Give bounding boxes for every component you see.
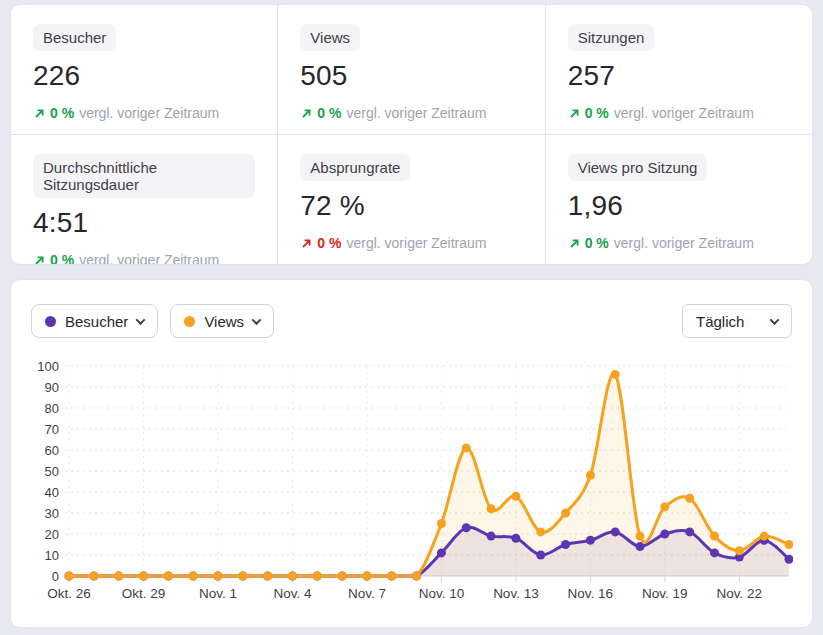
- trend-up-arrow-icon: [33, 107, 46, 120]
- trend-up-arrow-icon: [33, 254, 46, 266]
- stat-card-besucher: Besucher 226 0 % vergl. voriger Zeitraum: [11, 5, 277, 134]
- stat-trend: 0 % vergl. voriger Zeitraum: [33, 252, 255, 265]
- trend-up-arrow-icon: [568, 107, 581, 120]
- svg-text:0: 0: [52, 569, 59, 584]
- svg-text:Nov. 10: Nov. 10: [419, 586, 465, 601]
- stats-grid: Besucher 226 0 % vergl. voriger Zeitraum…: [10, 4, 813, 265]
- svg-text:Nov. 22: Nov. 22: [717, 586, 763, 601]
- stat-value: 72 %: [300, 190, 522, 222]
- svg-text:90: 90: [45, 380, 59, 395]
- legend-button-besucher[interactable]: Besucher: [31, 304, 158, 338]
- stat-card-views-pro-sitzung: Views pro Sitzung 1,96 0 % vergl. vorige…: [546, 135, 812, 264]
- views-series-dot-icon: [184, 316, 195, 327]
- svg-text:Okt. 26: Okt. 26: [47, 586, 91, 601]
- svg-text:60: 60: [45, 443, 59, 458]
- stat-value: 257: [568, 60, 790, 92]
- trend-text: vergl. voriger Zeitraum: [614, 105, 754, 121]
- stat-label-badge: Absprungrate: [300, 154, 410, 181]
- svg-text:80: 80: [45, 401, 59, 416]
- svg-text:Nov. 16: Nov. 16: [568, 586, 614, 601]
- stat-label-badge: Views: [300, 24, 360, 51]
- chart-toolbar: Besucher Views Täglich: [31, 304, 792, 338]
- svg-text:50: 50: [45, 464, 59, 479]
- trend-text: vergl. voriger Zeitraum: [614, 235, 754, 251]
- trend-percent: 0 %: [585, 235, 609, 251]
- analytics-chart-card: Besucher Views Täglich 01020304050607080…: [10, 279, 813, 628]
- stat-trend: 0 % vergl. voriger Zeitraum: [568, 235, 790, 251]
- stat-label-badge: Sitzungen: [568, 24, 655, 51]
- trend-up-arrow-icon: [300, 107, 313, 120]
- trend-percent: 0 %: [50, 105, 74, 121]
- stat-label-badge: Durchschnittliche Sitzungsdauer: [33, 154, 255, 198]
- trend-text: vergl. voriger Zeitraum: [79, 252, 219, 265]
- svg-text:Nov. 7: Nov. 7: [348, 586, 386, 601]
- interval-select-value: Täglich: [696, 313, 744, 330]
- svg-text:40: 40: [45, 485, 59, 500]
- svg-text:100: 100: [37, 359, 59, 374]
- stat-card-sitzungsdauer: Durchschnittliche Sitzungsdauer 4:51 0 %…: [11, 135, 277, 264]
- stat-card-sitzungen: Sitzungen 257 0 % vergl. voriger Zeitrau…: [546, 5, 812, 134]
- stat-trend: 0 % vergl. voriger Zeitraum: [300, 105, 522, 121]
- trend-text: vergl. voriger Zeitraum: [346, 105, 486, 121]
- svg-text:Nov. 19: Nov. 19: [642, 586, 688, 601]
- stat-trend: 0 % vergl. voriger Zeitraum: [568, 105, 790, 121]
- trend-percent: 0 %: [585, 105, 609, 121]
- stat-trend: 0 % vergl. voriger Zeitraum: [33, 105, 255, 121]
- chart-legend: Besucher Views: [31, 304, 274, 338]
- chevron-down-icon: [770, 315, 780, 325]
- svg-text:20: 20: [45, 527, 59, 542]
- chevron-down-icon: [252, 315, 262, 325]
- chevron-down-icon: [136, 315, 146, 325]
- trend-text: vergl. voriger Zeitraum: [79, 105, 219, 121]
- stat-label-badge: Besucher: [33, 24, 116, 51]
- chart-plot-area: 0102030405060708090100Okt. 26Okt. 29Nov.…: [31, 348, 792, 610]
- svg-text:Nov. 4: Nov. 4: [273, 586, 312, 601]
- legend-button-views[interactable]: Views: [170, 304, 274, 338]
- stat-value: 4:51: [33, 207, 255, 239]
- legend-label: Views: [204, 313, 244, 330]
- svg-text:Nov. 13: Nov. 13: [493, 586, 539, 601]
- trend-percent: 0 %: [317, 105, 341, 121]
- svg-text:Nov. 1: Nov. 1: [199, 586, 237, 601]
- stat-card-views: Views 505 0 % vergl. voriger Zeitraum: [278, 5, 544, 134]
- legend-label: Besucher: [65, 313, 128, 330]
- stat-value: 505: [300, 60, 522, 92]
- trend-text: vergl. voriger Zeitraum: [346, 235, 486, 251]
- stat-value: 226: [33, 60, 255, 92]
- stat-trend: 0 % vergl. voriger Zeitraum: [300, 235, 522, 251]
- svg-text:Okt. 29: Okt. 29: [122, 586, 166, 601]
- interval-select[interactable]: Täglich: [682, 304, 792, 338]
- stat-value: 1,96: [568, 190, 790, 222]
- besucher-series-dot-icon: [45, 316, 56, 327]
- stat-label-badge: Views pro Sitzung: [568, 154, 708, 181]
- trend-percent: 0 %: [317, 235, 341, 251]
- svg-text:30: 30: [45, 506, 59, 521]
- svg-text:70: 70: [45, 422, 59, 437]
- trend-up-arrow-icon: [300, 237, 313, 250]
- stat-card-absprungrate: Absprungrate 72 % 0 % vergl. voriger Zei…: [278, 135, 544, 264]
- trend-percent: 0 %: [50, 252, 74, 265]
- line-chart-svg: 0102030405060708090100Okt. 26Okt. 29Nov.…: [31, 348, 793, 606]
- svg-text:10: 10: [45, 548, 59, 563]
- trend-up-arrow-icon: [568, 237, 581, 250]
